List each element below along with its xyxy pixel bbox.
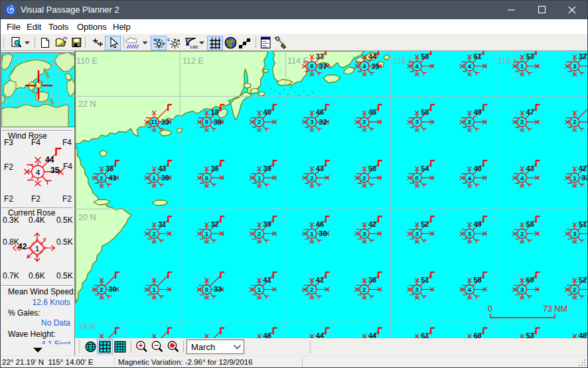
svg-text:53: 53	[526, 52, 534, 60]
svg-text:47: 47	[526, 108, 534, 116]
svg-text:1: 1	[573, 174, 577, 182]
svg-text:43: 43	[158, 164, 166, 172]
svg-text:2: 2	[257, 118, 261, 125]
svg-text:0: 0	[205, 286, 208, 293]
svg-text:116 E: 116 E	[393, 56, 414, 66]
svg-text:2: 2	[520, 230, 524, 237]
svg-text:1: 1	[35, 245, 39, 253]
svg-text:4: 4	[36, 168, 40, 176]
svg-text:50: 50	[368, 164, 376, 172]
svg-text:20 N: 20 N	[78, 213, 96, 222]
svg-text:58: 58	[421, 108, 429, 116]
svg-text:1: 1	[205, 230, 209, 237]
svg-text:112 E: 112 E	[183, 56, 204, 66]
svg-text:0: 0	[488, 304, 492, 314]
svg-text:1: 1	[520, 62, 524, 70]
svg-text:2: 2	[468, 118, 471, 125]
svg-text:33: 33	[581, 174, 588, 182]
svg-text:32: 32	[210, 220, 218, 228]
svg-text:54: 54	[421, 164, 429, 172]
svg-text:33: 33	[161, 118, 169, 126]
svg-text:2: 2	[362, 174, 366, 182]
svg-text:49: 49	[473, 220, 481, 228]
svg-text:8: 8	[310, 62, 313, 70]
svg-text:49: 49	[473, 108, 481, 116]
svg-text:32: 32	[579, 52, 587, 60]
svg-text:60: 60	[473, 332, 481, 338]
svg-text:41: 41	[109, 174, 117, 182]
svg-text:3: 3	[310, 118, 313, 125]
svg-text:36: 36	[210, 164, 218, 172]
svg-text:2: 2	[310, 286, 313, 293]
svg-text:43: 43	[316, 164, 324, 172]
svg-text:40: 40	[473, 164, 481, 172]
svg-text:LOC: LOC	[190, 45, 198, 49]
svg-text:39: 39	[263, 164, 271, 172]
svg-text:2: 2	[100, 174, 103, 182]
svg-text:52: 52	[579, 276, 587, 284]
svg-text:1: 1	[257, 286, 261, 293]
svg-text:4: 4	[362, 62, 366, 70]
svg-text:110 E: 110 E	[76, 56, 98, 66]
svg-text:37: 37	[319, 62, 327, 70]
svg-text:2: 2	[153, 230, 156, 237]
svg-text:55: 55	[526, 220, 534, 228]
svg-text:3: 3	[362, 230, 366, 237]
svg-text:44: 44	[368, 52, 377, 60]
svg-text:1: 1	[153, 174, 157, 182]
svg-text:2: 2	[573, 286, 576, 293]
svg-text:51: 51	[421, 276, 429, 284]
svg-text:58: 58	[421, 52, 429, 60]
svg-text:31: 31	[158, 220, 166, 228]
svg-text:3: 3	[520, 286, 524, 293]
svg-text:2: 2	[362, 118, 366, 125]
svg-text:2: 2	[362, 286, 366, 293]
svg-text:45: 45	[368, 108, 376, 116]
svg-text:46: 46	[263, 332, 271, 338]
svg-text:4: 4	[415, 62, 419, 70]
svg-text:2: 2	[257, 230, 261, 237]
svg-text:40: 40	[263, 108, 271, 116]
svg-text:11: 11	[151, 118, 158, 125]
svg-text:73 NM: 73 NM	[543, 304, 567, 314]
svg-text:58: 58	[473, 276, 481, 284]
svg-text:52: 52	[421, 220, 429, 228]
svg-text:61: 61	[473, 52, 481, 60]
svg-text:3: 3	[573, 230, 576, 237]
svg-text:33: 33	[214, 285, 222, 293]
svg-text:60: 60	[526, 276, 534, 284]
svg-text:2: 2	[100, 286, 103, 293]
svg-text:38: 38	[161, 174, 169, 182]
svg-text:32: 32	[319, 118, 327, 126]
svg-text:42: 42	[579, 164, 587, 172]
svg-text:18: 18	[210, 108, 218, 116]
svg-text:51: 51	[579, 220, 587, 228]
svg-text:2: 2	[520, 118, 524, 125]
svg-text:38: 38	[106, 164, 113, 172]
svg-text:36: 36	[368, 276, 376, 284]
svg-text:3: 3	[573, 62, 576, 70]
svg-text:40: 40	[579, 332, 587, 338]
svg-text:3: 3	[468, 230, 471, 237]
svg-text:41: 41	[263, 276, 271, 284]
svg-text:41: 41	[316, 276, 324, 284]
svg-text:1: 1	[257, 174, 261, 182]
svg-text:44: 44	[316, 332, 325, 338]
svg-text:35: 35	[372, 62, 380, 70]
svg-text:2: 2	[573, 118, 576, 125]
svg-text:42: 42	[368, 220, 376, 228]
svg-text:30: 30	[109, 285, 117, 293]
svg-text:2: 2	[310, 174, 313, 182]
svg-text:30: 30	[319, 229, 327, 237]
svg-text:0: 0	[205, 174, 208, 182]
svg-text:61: 61	[421, 332, 429, 338]
svg-text:4: 4	[468, 286, 472, 293]
svg-text:46: 46	[316, 108, 324, 116]
svg-text:1: 1	[153, 286, 157, 293]
svg-text:22 N: 22 N	[78, 99, 96, 109]
svg-text:0: 0	[205, 118, 208, 125]
svg-text:38: 38	[214, 118, 222, 126]
svg-text:46: 46	[316, 220, 324, 228]
svg-text:3: 3	[415, 118, 419, 125]
svg-text:44: 44	[368, 332, 377, 338]
